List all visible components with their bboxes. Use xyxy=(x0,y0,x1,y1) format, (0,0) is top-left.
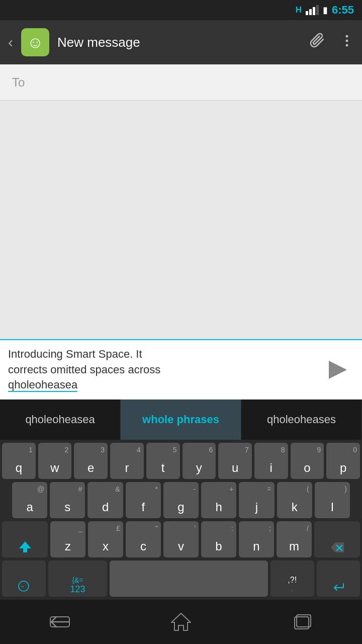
svg-point-0 xyxy=(346,35,348,37)
recents-button[interactable] xyxy=(282,607,322,637)
key-t[interactable]: 5t xyxy=(146,443,180,479)
key-f[interactable]: *f xyxy=(126,482,161,518)
key-backspace[interactable] xyxy=(314,521,360,557)
message-area xyxy=(0,101,362,339)
key-l[interactable]: )l xyxy=(315,482,350,518)
key-j[interactable]: =j xyxy=(239,482,274,518)
key-emoji[interactable]: ~ xyxy=(2,560,46,597)
app-icon: ☺ xyxy=(21,28,49,56)
more-icon[interactable] xyxy=(340,34,354,51)
key-shift[interactable] xyxy=(2,521,48,557)
suggestion-left[interactable]: qholeoheasea xyxy=(0,399,121,440)
nav-bar xyxy=(0,600,362,644)
to-field-area: To xyxy=(0,64,362,101)
compose-text-area[interactable]: Introducing Smart Space. It corrects omi… xyxy=(8,346,316,393)
key-punctuation[interactable]: ,?! . xyxy=(270,560,314,597)
signal-bars xyxy=(306,5,319,15)
key-s[interactable]: #s xyxy=(50,482,85,518)
key-q[interactable]: 1q xyxy=(2,443,36,479)
send-button[interactable] xyxy=(322,346,354,393)
home-button[interactable] xyxy=(161,607,201,637)
attach-icon[interactable] xyxy=(310,33,326,52)
keyboard: 1q 2w 3e 4r 5t 6y 7u 8i 9o 0p @a #s &d *… xyxy=(0,440,362,600)
app-title: New message xyxy=(57,35,302,50)
to-label: To xyxy=(12,75,25,90)
svg-marker-9 xyxy=(171,613,191,630)
key-k[interactable]: (k xyxy=(277,482,312,518)
suggestions-bar: qholeoheasea whole phrases qholeoheases xyxy=(0,399,362,440)
key-z[interactable]: _z xyxy=(50,521,85,557)
keyboard-row-4: ~ {&= 123 ,?! . xyxy=(2,560,360,600)
battery-icon: ▮ xyxy=(323,5,328,16)
key-b[interactable]: :b xyxy=(201,521,236,557)
keyboard-row-1: 1q 2w 3e 4r 5t 6y 7u 8i 9o 0p xyxy=(2,443,360,479)
svg-point-1 xyxy=(346,39,348,42)
send-arrow-icon xyxy=(329,361,347,379)
key-enter[interactable] xyxy=(317,560,360,597)
signal-indicator: H xyxy=(296,5,302,15)
keyboard-row-3: _z £x "c 'v :b ;n /m xyxy=(2,521,360,557)
compose-text: Introducing Smart Space. It corrects omi… xyxy=(8,347,316,393)
svg-point-2 xyxy=(346,44,348,46)
key-h[interactable]: +h xyxy=(201,482,236,518)
key-space[interactable] xyxy=(110,560,268,597)
status-bar: H ▮ 6:55 xyxy=(0,0,362,20)
key-u[interactable]: 7u xyxy=(218,443,252,479)
suggestion-right[interactable]: qholeoheases xyxy=(241,399,362,440)
svg-marker-3 xyxy=(19,541,31,552)
key-a[interactable]: @a xyxy=(12,482,47,518)
key-symbols[interactable]: {&= 123 xyxy=(48,560,108,597)
keyboard-row-2: @a #s &d *f -g +h =j (k )l xyxy=(2,482,360,518)
key-v[interactable]: 'v xyxy=(163,521,199,557)
key-e[interactable]: 3e xyxy=(74,443,108,479)
key-c[interactable]: "c xyxy=(126,521,161,557)
key-x[interactable]: £x xyxy=(88,521,123,557)
back-button[interactable] xyxy=(40,607,80,637)
key-r[interactable]: 4r xyxy=(110,443,144,479)
action-bar: ‹ ☺ New message xyxy=(0,20,362,64)
key-n[interactable]: ;n xyxy=(239,521,274,557)
key-i[interactable]: 8i xyxy=(254,443,288,479)
key-m[interactable]: /m xyxy=(277,521,312,557)
key-g[interactable]: -g xyxy=(163,482,199,518)
suggestion-center[interactable]: whole phrases xyxy=(121,399,241,440)
to-input[interactable] xyxy=(25,75,350,90)
back-arrow-icon[interactable]: ‹ xyxy=(8,34,13,51)
compose-bar: Introducing Smart Space. It corrects omi… xyxy=(0,339,362,399)
key-o[interactable]: 9o xyxy=(291,443,324,479)
status-time: 6:55 xyxy=(332,4,354,17)
key-y[interactable]: 6y xyxy=(183,443,216,479)
svg-text:~: ~ xyxy=(21,583,24,590)
key-d[interactable]: &d xyxy=(87,482,123,518)
key-p[interactable]: 0p xyxy=(326,443,360,479)
key-w[interactable]: 2w xyxy=(38,443,72,479)
